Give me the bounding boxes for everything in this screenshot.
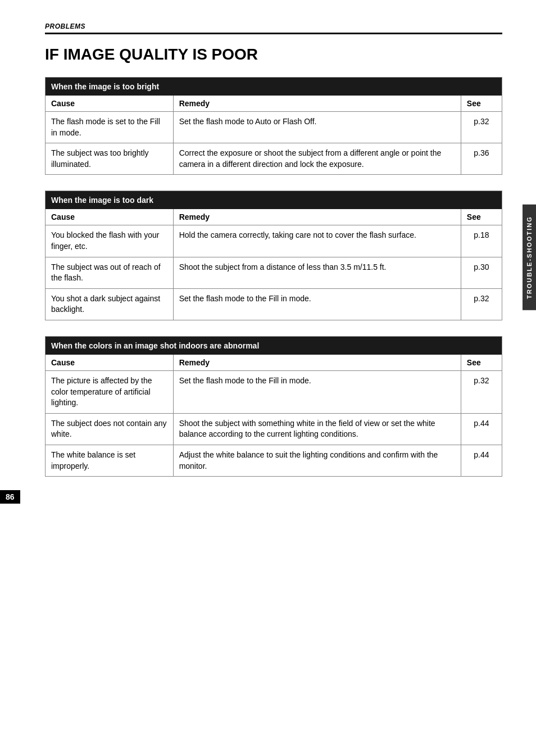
cause-cell: The subject was too brightly illuminated… xyxy=(46,143,174,175)
table-too-bright: When the image is too bright Cause Remed… xyxy=(45,77,502,175)
col-header-cause-1: Cause xyxy=(46,96,174,112)
page-number: 86 xyxy=(0,490,20,504)
remedy-cell: Shoot the subject from a distance of les… xyxy=(173,257,461,288)
table-row: You shot a dark subject against backligh… xyxy=(46,288,502,320)
see-cell: p.32 xyxy=(461,112,502,143)
cause-cell: The subject was out of reach of the flas… xyxy=(46,257,174,288)
cause-cell: The flash mode is set to the Fill in mod… xyxy=(46,112,174,143)
table-header-too-bright: When the image is too bright xyxy=(46,78,502,96)
col-header-see-3: See xyxy=(461,355,502,371)
see-cell: p.36 xyxy=(461,143,502,175)
table-colors-abnormal: When the colors in an image shot indoors… xyxy=(45,336,502,477)
page-title: IF IMAGE QUALITY IS POOR xyxy=(45,46,502,64)
remedy-cell: Adjust the white balance to suit the lig… xyxy=(173,445,461,476)
remedy-cell: Shoot the subject with something white i… xyxy=(173,413,461,445)
col-header-cause-3: Cause xyxy=(46,355,174,371)
section-colors-abnormal: When the colors in an image shot indoors… xyxy=(45,336,502,477)
see-cell: p.30 xyxy=(461,257,502,288)
col-header-see-2: See xyxy=(461,209,502,225)
table-too-dark: When the image is too dark Cause Remedy … xyxy=(45,191,502,320)
section-too-dark: When the image is too dark Cause Remedy … xyxy=(45,191,502,320)
col-header-see-1: See xyxy=(461,96,502,112)
table-row: The flash mode is set to the Fill in mod… xyxy=(46,112,502,143)
top-rule xyxy=(45,33,502,34)
table-row: The subject was out of reach of the flas… xyxy=(46,257,502,288)
remedy-cell: Correct the exposure or shoot the subjec… xyxy=(173,143,461,175)
table-header-colors-abnormal: When the colors in an image shot indoors… xyxy=(46,336,502,355)
remedy-cell: Hold the camera correctly, taking care n… xyxy=(173,225,461,257)
remedy-cell: Set the flash mode to Auto or Flash Off. xyxy=(173,112,461,143)
page-number-area: 86 xyxy=(0,490,22,504)
problems-label: PROBLEMS xyxy=(45,22,502,30)
cause-cell: The picture is affected by the color tem… xyxy=(46,370,174,413)
col-header-cause-2: Cause xyxy=(46,209,174,225)
see-cell: p.32 xyxy=(461,370,502,413)
see-cell: p.44 xyxy=(461,413,502,445)
cause-cell: The subject does not contain any white. xyxy=(46,413,174,445)
table-row: The picture is affected by the color tem… xyxy=(46,370,502,413)
sidebar-label: TROUBLE-SHOOTING xyxy=(523,205,536,310)
table-row: The subject was too brightly illuminated… xyxy=(46,143,502,175)
cause-cell: You shot a dark subject against backligh… xyxy=(46,288,174,320)
col-header-remedy-3: Remedy xyxy=(173,355,461,371)
table-row: The white balance is set improperly. Adj… xyxy=(46,445,502,476)
see-cell: p.44 xyxy=(461,445,502,476)
see-cell: p.32 xyxy=(461,288,502,320)
remedy-cell: Set the flash mode to the Fill in mode. xyxy=(173,288,461,320)
remedy-cell: Set the flash mode to the Fill in mode. xyxy=(173,370,461,413)
cause-cell: You blocked the flash with your finger, … xyxy=(46,225,174,257)
table-row: You blocked the flash with your finger, … xyxy=(46,225,502,257)
col-header-remedy-1: Remedy xyxy=(173,96,461,112)
table-row: The subject does not contain any white. … xyxy=(46,413,502,445)
see-cell: p.18 xyxy=(461,225,502,257)
table-header-too-dark: When the image is too dark xyxy=(46,191,502,210)
section-too-bright: When the image is too bright Cause Remed… xyxy=(45,77,502,175)
cause-cell: The white balance is set improperly. xyxy=(46,445,174,476)
col-header-remedy-2: Remedy xyxy=(173,209,461,225)
